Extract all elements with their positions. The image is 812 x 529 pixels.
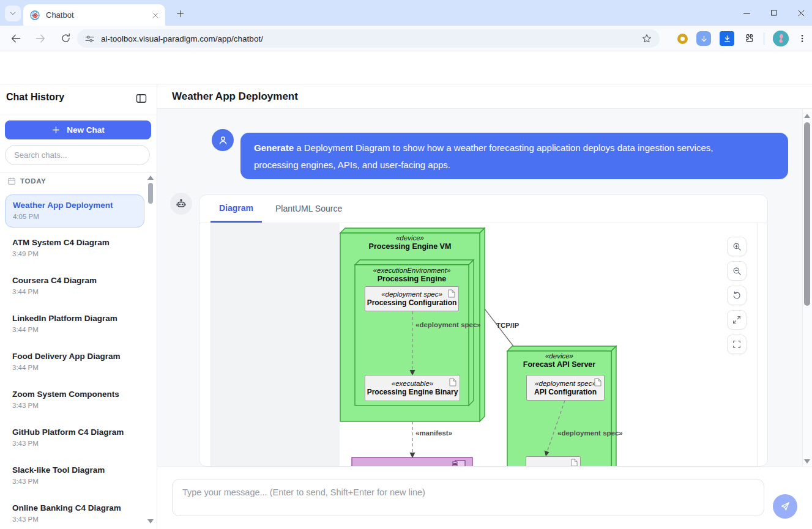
page-title: Weather App Deployment <box>172 91 298 103</box>
browser-tab[interactable]: Chatbot <box>23 4 165 26</box>
chat-item-zoom-system[interactable]: Zoom System Components 3:43 PM <box>5 384 144 417</box>
chat-item-weather-app-deployment[interactable]: Weather App Deployment 4:05 PM <box>5 194 144 228</box>
chat-item-online-banking[interactable]: Online Banking C4 Diagram 3:43 PM <box>5 498 144 529</box>
extension-ring-icon[interactable] <box>677 34 688 44</box>
diagram-tabbar: Diagram PlantUML Source <box>199 195 767 223</box>
tab-plantuml-source[interactable]: PlantUML Source <box>273 194 345 223</box>
expand-button[interactable] <box>727 310 747 330</box>
artifact-api-executable: «executable» <box>526 456 581 467</box>
extensions-puzzle-icon[interactable] <box>743 32 755 45</box>
document-icon <box>571 459 578 467</box>
sidebar-title: Chat History <box>6 92 64 103</box>
sidebar-scroll-down-arrow[interactable] <box>147 519 154 523</box>
chevron-down-icon <box>9 9 17 18</box>
assistant-avatar <box>170 193 192 215</box>
sidebar-collapse-button[interactable] <box>134 91 149 106</box>
document-icon <box>449 378 456 387</box>
plus-icon <box>51 125 61 135</box>
today-section-header: TODAY <box>7 177 46 185</box>
browser-tabstrip: Chatbot <box>0 0 812 26</box>
chat-item-linkedin[interactable]: LinkedIn Platform Diagram 3:44 PM <box>5 308 144 341</box>
expand-arrows-icon <box>732 315 742 325</box>
tab-title: Chatbot <box>46 10 152 20</box>
toolbar-separator <box>764 32 764 45</box>
chat-item-slack-like[interactable]: Slack-like Tool Diagram 3:43 PM <box>5 460 144 493</box>
sidebar-scrollbar[interactable] <box>148 183 153 204</box>
edge-label-tcpip: TCP/IP <box>496 322 519 329</box>
edge-label-manifest: «manifest» <box>415 429 452 437</box>
window-controls <box>742 0 806 26</box>
main-scrollbar-thumb[interactable] <box>804 122 810 306</box>
person-icon <box>217 135 229 146</box>
node-processing-vm-label: «device» Processing Engine VM <box>340 234 480 251</box>
node-forecast-api-server-label: «device» Forecast API Server <box>507 352 611 369</box>
chat-item-github[interactable]: GitHub Platform C4 Diagram 3:43 PM <box>5 422 144 455</box>
artifact-processing-configuration: «deployment spec» Processing Configurati… <box>365 286 459 311</box>
zoom-in-button[interactable] <box>727 237 747 256</box>
user-message-avatar <box>212 129 234 151</box>
message-line1: a Deployment Diagram to show how a weath… <box>294 142 713 153</box>
calendar-icon <box>7 177 16 185</box>
profile-avatar[interactable] <box>773 31 789 46</box>
zoom-in-icon <box>732 242 742 252</box>
reset-view-button[interactable] <box>727 286 747 305</box>
browser-window: Chatbot ai-toolbox.visual-paradigm.com/a… <box>0 0 812 529</box>
user-message-bubble: Generate a Deployment Diagram to show ho… <box>240 133 788 179</box>
address-bar[interactable]: ai-toolbox.visual-paradigm.com/app/chatb… <box>77 29 660 48</box>
minimize-button[interactable] <box>742 9 751 18</box>
diagram-card: Diagram PlantUML Source <box>199 194 768 467</box>
site-info-icon[interactable] <box>84 34 95 44</box>
extensions-row <box>677 26 807 51</box>
message-bold-text: Generate <box>254 142 294 153</box>
zoom-out-icon <box>732 266 742 276</box>
fullscreen-brackets-icon <box>732 339 742 349</box>
chat-item-coursera[interactable]: Coursera C4 Diagram 3:44 PM <box>5 270 144 303</box>
extension-download-icon[interactable] <box>720 31 734 46</box>
reload-button[interactable] <box>60 32 72 44</box>
maximize-button[interactable] <box>770 9 778 17</box>
diagram-viewport[interactable]: «device» Processing Engine VM «execution… <box>210 223 758 467</box>
new-tab-button[interactable] <box>173 6 187 21</box>
message-input[interactable] <box>172 479 764 516</box>
back-button[interactable] <box>10 32 22 45</box>
sidebar-divider2 <box>0 172 157 173</box>
chat-item-food-delivery[interactable]: Food Delivery App Diagram 3:44 PM <box>5 346 144 379</box>
url-text[interactable]: ai-toolbox.visual-paradigm.com/app/chatb… <box>101 34 641 43</box>
app-header: Chatbot Visual Paradigm AI Assistant for… <box>0 51 812 84</box>
send-plane-icon <box>780 501 791 512</box>
sidebar-divider <box>0 114 157 114</box>
send-button[interactable] <box>773 494 797 519</box>
extension-arrow-icon[interactable] <box>696 31 711 46</box>
visual-paradigm-favicon <box>29 10 40 21</box>
deployment-diagram-shapes <box>211 223 758 467</box>
node-processing-engine-label: «executionEnvironment» Processing Engine <box>355 267 469 283</box>
search-chats-input[interactable] <box>5 145 150 165</box>
forward-button[interactable] <box>34 32 47 45</box>
tab-search-button[interactable] <box>5 6 21 21</box>
artifact-processing-engine-binary: «executable» Processing Engine Binary <box>365 375 460 401</box>
zoom-out-button[interactable] <box>727 261 747 281</box>
edge-label-deployment-spec-2: «deployment spec» <box>557 429 623 437</box>
artifact-api-configuration: «deployment spec» API Configuration <box>526 375 605 401</box>
diagram-zoom-controls <box>727 237 747 354</box>
main-scroll-up-arrow[interactable] <box>804 114 810 118</box>
close-button[interactable] <box>797 9 806 18</box>
document-icon <box>594 378 602 387</box>
chat-item-atm-system[interactable]: ATM System C4 Diagram 3:49 PM <box>5 232 144 265</box>
tab-close-icon[interactable] <box>152 12 159 19</box>
reset-icon <box>732 290 742 301</box>
tab-diagram[interactable]: Diagram <box>210 194 262 223</box>
fullscreen-button[interactable] <box>727 335 747 354</box>
sidebar-scroll-up-arrow[interactable] <box>147 176 154 180</box>
bookmark-star-icon[interactable] <box>641 33 652 44</box>
document-icon <box>448 289 455 298</box>
main-scroll-down-arrow[interactable] <box>804 459 810 464</box>
message-line2: processing engines, APIs, and user-facin… <box>254 160 450 170</box>
robot-icon <box>175 198 187 210</box>
browser-menu-icon[interactable] <box>797 34 807 43</box>
new-chat-button[interactable]: New Chat <box>5 120 151 139</box>
edge-label-deployment-spec-1: «deployment spec» <box>415 321 481 328</box>
